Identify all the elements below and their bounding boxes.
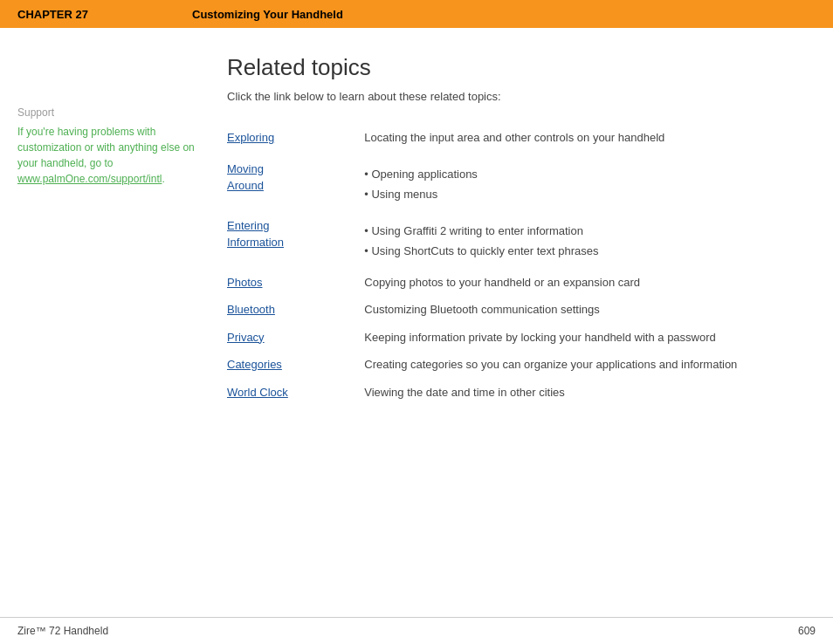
- header-bar: CHAPTER 27 Customizing Your Handheld: [0, 0, 833, 28]
- main-content: Support If you're having problems with c…: [0, 28, 833, 595]
- topics-table: Exploring Locating the input area and ot…: [227, 124, 816, 406]
- topic-link-entering-info[interactable]: EnteringInformation: [227, 217, 323, 251]
- topic-desc-exploring: Locating the input area and other contro…: [364, 124, 816, 152]
- footer-brand-text: Zire™ 72 Handheld: [17, 625, 108, 637]
- table-row: Exploring Locating the input area and ot…: [227, 124, 816, 152]
- content-area: Related topics Click the link below to l…: [218, 54, 816, 595]
- sidebar-period: .: [162, 173, 164, 185]
- header-title: Customizing Your Handheld: [192, 8, 343, 21]
- topic-desc-photos: Copying photos to your handheld or an ex…: [364, 265, 816, 297]
- topic-desc-privacy: Keeping information private by locking y…: [364, 324, 816, 352]
- bullet-graffiti: Using Graffiti 2 writing to enter inform…: [364, 223, 816, 240]
- topic-link-moving-around[interactable]: MovingAround: [227, 161, 323, 195]
- footer-page-number: 609: [798, 625, 816, 637]
- page-heading: Related topics: [227, 54, 816, 81]
- sidebar-support-label: Support: [17, 106, 201, 119]
- topic-desc-world-clock: Viewing the date and time in other citie…: [364, 379, 816, 407]
- topic-link-categories[interactable]: Categories: [227, 356, 323, 373]
- table-row: EnteringInformation Using Graffiti 2 wri…: [227, 209, 816, 265]
- topic-link-world-clock[interactable]: World Clock: [227, 384, 323, 401]
- bullet-shortcuts: Using ShortCuts to quickly enter text ph…: [364, 243, 816, 260]
- topic-desc-moving-around: Opening applications Using menus: [364, 152, 816, 209]
- topic-link-exploring[interactable]: Exploring: [227, 129, 323, 147]
- intro-text: Click the link below to learn about thes…: [227, 90, 816, 103]
- topic-desc-bluetooth: Customizing Bluetooth communication sett…: [364, 296, 816, 324]
- sidebar-support-link[interactable]: www.palmOne.com/support/intl: [17, 173, 162, 185]
- footer-brand: Zire™ 72 Handheld: [17, 625, 108, 637]
- table-row: Privacy Keeping information private by l…: [227, 324, 816, 352]
- topic-link-photos[interactable]: Photos: [227, 274, 323, 291]
- table-row: Bluetooth Customizing Bluetooth communic…: [227, 296, 816, 324]
- sidebar: Support If you're having problems with c…: [17, 54, 218, 595]
- footer: Zire™ 72 Handheld 609: [0, 617, 833, 644]
- table-row: Photos Copying photos to your handheld o…: [227, 265, 816, 297]
- bullet-using-menus: Using menus: [364, 186, 816, 203]
- table-row: Categories Creating categories so you ca…: [227, 351, 816, 379]
- sidebar-support-text-1: If you're having problems with customiza…: [17, 126, 195, 169]
- topic-desc-categories: Creating categories so you can organize …: [364, 351, 816, 379]
- table-row: World Clock Viewing the date and time in…: [227, 379, 816, 407]
- topic-link-privacy[interactable]: Privacy: [227, 329, 323, 346]
- topic-link-bluetooth[interactable]: Bluetooth: [227, 301, 323, 319]
- header-chapter: CHAPTER 27: [17, 8, 192, 21]
- topic-desc-entering-info: Using Graffiti 2 writing to enter inform…: [364, 209, 816, 265]
- bullet-opening-apps: Opening applications: [364, 166, 816, 183]
- sidebar-support-text: If you're having problems with customiza…: [17, 124, 201, 187]
- table-row: MovingAround Opening applications Using …: [227, 152, 816, 209]
